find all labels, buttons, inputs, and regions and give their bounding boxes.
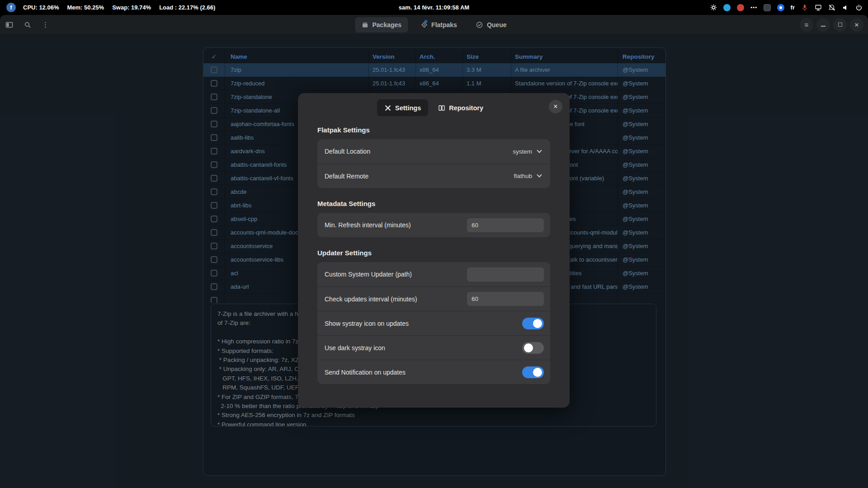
settings-row-check-updates-interval-minutes: Check updates interval (minutes)	[317, 286, 550, 311]
section-title-metadata-settings: Metadata Settings	[317, 200, 550, 207]
settings-dialog: Settings Repository × Flatpak SettingsDe…	[298, 93, 570, 408]
toggle-show-systray-icon-on-updates[interactable]	[522, 318, 544, 329]
keyboard-layout-indicator[interactable]: fr	[791, 4, 795, 11]
chevron-down-icon	[537, 148, 542, 153]
repository-icon	[438, 104, 445, 112]
tray-app-camera-icon[interactable]	[777, 4, 784, 11]
notifications-disabled-icon[interactable]	[828, 4, 835, 11]
setting-label: Use dark systray icon	[325, 344, 385, 352]
fedora-logo-icon[interactable]: f	[6, 3, 16, 12]
settings-group: Default LocationsystemDefault Remoteflat…	[317, 139, 550, 188]
dialog-tabs: Settings Repository	[317, 99, 550, 116]
tray-overflow-icon[interactable]: ⋯	[750, 4, 757, 11]
settings-row-show-systray-icon-on-updates: Show systray icon on updates	[317, 311, 550, 335]
settings-group: Custom System Updater (path)Check update…	[317, 262, 550, 384]
tray-app-blue-icon[interactable]	[723, 4, 731, 11]
section-title-updater-settings: Updater Settings	[317, 249, 550, 257]
dropdown-default-remote[interactable]: flathub	[514, 173, 544, 179]
dropdown-value: system	[513, 148, 532, 155]
settings-row-use-dark-systray-icon: Use dark systray icon	[317, 335, 550, 360]
setting-label: Default Location	[325, 148, 370, 155]
setting-label: Min. Refresh interval (minutes)	[325, 221, 411, 229]
tab-repository-label: Repository	[449, 104, 483, 112]
setting-label: Custom System Updater (path)	[325, 271, 412, 278]
tray-app-dark-icon[interactable]	[764, 4, 771, 11]
tab-settings-label: Settings	[395, 104, 421, 112]
setting-label: Show systray icon on updates	[325, 320, 409, 327]
toggle-use-dark-systray-icon[interactable]	[522, 342, 544, 354]
setting-label: Default Remote	[325, 173, 368, 180]
dialog-sections: Flatpak SettingsDefault LocationsystemDe…	[317, 126, 550, 384]
tab-repository[interactable]: Repository	[431, 99, 491, 116]
dropdown-value: flathub	[514, 173, 532, 179]
dropdown-default-location[interactable]: system	[513, 148, 544, 155]
setting-label: Send Notification on updates	[325, 369, 406, 376]
desktop: { "topbar": { "cpu": "CPU: 12.06%", "mem…	[0, 0, 868, 488]
dialog-close-button[interactable]: ×	[549, 100, 562, 113]
text-input-min-refresh-interval-minutes[interactable]	[467, 218, 544, 232]
tray-app-red-icon[interactable]	[737, 4, 744, 11]
power-icon[interactable]	[855, 4, 863, 11]
settings-row-custom-system-updater-path: Custom System Updater (path)	[317, 262, 550, 286]
settings-icon	[384, 104, 392, 112]
toggle-knob	[533, 368, 542, 377]
clock[interactable]: sam. 14 févr. 11:09:58 AM	[399, 4, 469, 11]
text-input-custom-system-updater-path[interactable]	[467, 267, 544, 282]
cpu-stat: CPU: 12.06%	[23, 4, 59, 11]
settings-row-default-location: Default Locationsystem	[317, 139, 550, 164]
top-bar: f CPU: 12.06% Mem: 50.25% Swap: 19.74% L…	[0, 0, 868, 15]
settings-row-default-remote: Default Remoteflathub	[317, 164, 550, 188]
text-input-check-updates-interval-minutes[interactable]	[467, 292, 544, 306]
microphone-icon[interactable]	[801, 4, 808, 11]
chevron-down-icon	[537, 172, 542, 177]
gear-icon[interactable]	[710, 4, 717, 11]
setting-label: Check updates interval (minutes)	[325, 296, 417, 303]
toggle-knob	[524, 343, 533, 352]
toggle-knob	[533, 319, 542, 328]
load-stat: Load : 22.17% (2.66)	[159, 4, 215, 11]
settings-row-send-notification-on-updates: Send Notification on updates	[317, 360, 550, 384]
swap-stat: Swap: 19.74%	[112, 4, 151, 11]
network-icon[interactable]	[815, 4, 822, 11]
system-stats[interactable]: CPU: 12.06% Mem: 50.25% Swap: 19.74% Loa…	[23, 4, 215, 11]
section-title-flatpak-settings: Flatpak Settings	[317, 126, 550, 134]
volume-icon[interactable]	[842, 4, 849, 11]
tab-settings[interactable]: Settings	[377, 99, 428, 116]
mem-stat: Mem: 50.25%	[67, 4, 104, 11]
toggle-send-notification-on-updates[interactable]	[522, 366, 544, 378]
settings-group: Min. Refresh interval (minutes)	[317, 213, 550, 237]
settings-row-min-refresh-interval-minutes: Min. Refresh interval (minutes)	[317, 213, 550, 237]
